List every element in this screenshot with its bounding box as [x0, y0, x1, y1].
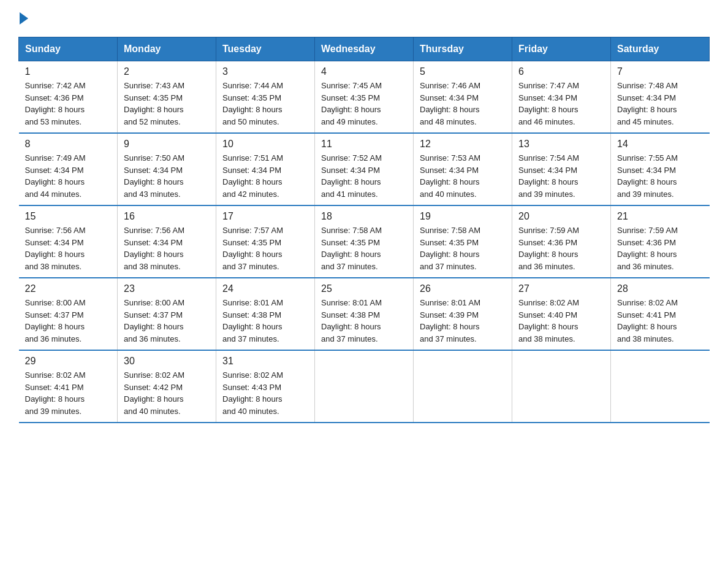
calendar-week-5: 29 Sunrise: 8:02 AM Sunset: 4:41 PM Dayl… [19, 350, 710, 423]
header-friday: Friday [512, 37, 611, 61]
day-info: Sunrise: 7:44 AM Sunset: 4:35 PM Dayligh… [222, 80, 308, 128]
header-monday: Monday [118, 37, 216, 61]
calendar-cell [315, 350, 414, 423]
day-number: 18 [321, 211, 407, 222]
calendar-cell: 13 Sunrise: 7:54 AM Sunset: 4:34 PM Dayl… [512, 133, 611, 205]
day-info: Sunrise: 7:49 AM Sunset: 4:34 PM Dayligh… [25, 152, 112, 200]
calendar-cell: 4 Sunrise: 7:45 AM Sunset: 4:35 PM Dayli… [315, 61, 414, 134]
day-info: Sunrise: 7:55 AM Sunset: 4:34 PM Dayligh… [617, 152, 703, 200]
day-number: 11 [321, 139, 407, 150]
calendar-cell: 29 Sunrise: 8:02 AM Sunset: 4:41 PM Dayl… [19, 350, 118, 423]
day-info: Sunrise: 8:01 AM Sunset: 4:38 PM Dayligh… [321, 297, 407, 345]
calendar-cell: 30 Sunrise: 8:02 AM Sunset: 4:42 PM Dayl… [118, 350, 216, 423]
day-info: Sunrise: 7:45 AM Sunset: 4:35 PM Dayligh… [321, 80, 407, 128]
day-number: 22 [25, 283, 112, 294]
day-info: Sunrise: 7:56 AM Sunset: 4:34 PM Dayligh… [25, 224, 112, 272]
calendar-table: SundayMondayTuesdayWednesdayThursdayFrid… [18, 37, 710, 423]
day-number: 1 [25, 66, 112, 77]
day-info: Sunrise: 7:53 AM Sunset: 4:34 PM Dayligh… [420, 152, 506, 200]
calendar-header-row: SundayMondayTuesdayWednesdayThursdayFrid… [19, 37, 710, 61]
calendar-cell: 31 Sunrise: 8:02 AM Sunset: 4:43 PM Dayl… [216, 350, 315, 423]
calendar-cell: 1 Sunrise: 7:42 AM Sunset: 4:36 PM Dayli… [19, 61, 118, 134]
day-number: 29 [25, 356, 112, 367]
day-info: Sunrise: 7:58 AM Sunset: 4:35 PM Dayligh… [420, 224, 506, 272]
calendar-cell: 19 Sunrise: 7:58 AM Sunset: 4:35 PM Dayl… [414, 205, 512, 278]
day-info: Sunrise: 8:02 AM Sunset: 4:41 PM Dayligh… [617, 297, 703, 345]
calendar-cell: 26 Sunrise: 8:01 AM Sunset: 4:39 PM Dayl… [414, 278, 512, 350]
day-number: 3 [222, 66, 308, 77]
day-number: 14 [617, 139, 703, 150]
header-tuesday: Tuesday [216, 37, 315, 61]
day-info: Sunrise: 7:47 AM Sunset: 4:34 PM Dayligh… [518, 80, 604, 128]
calendar-cell: 7 Sunrise: 7:48 AM Sunset: 4:34 PM Dayli… [611, 61, 710, 134]
day-number: 4 [321, 66, 407, 77]
day-number: 7 [617, 66, 703, 77]
day-info: Sunrise: 7:48 AM Sunset: 4:34 PM Dayligh… [617, 80, 703, 128]
page-header [18, 12, 710, 25]
day-info: Sunrise: 7:51 AM Sunset: 4:34 PM Dayligh… [222, 152, 308, 200]
calendar-cell: 23 Sunrise: 8:00 AM Sunset: 4:37 PM Dayl… [118, 278, 216, 350]
day-info: Sunrise: 8:02 AM Sunset: 4:43 PM Dayligh… [222, 369, 308, 417]
logo-arrow-icon [20, 12, 28, 25]
day-number: 26 [420, 283, 506, 294]
day-number: 8 [25, 139, 112, 150]
day-info: Sunrise: 7:58 AM Sunset: 4:35 PM Dayligh… [321, 224, 407, 272]
day-number: 2 [124, 66, 210, 77]
calendar-cell: 22 Sunrise: 8:00 AM Sunset: 4:37 PM Dayl… [19, 278, 118, 350]
calendar-cell: 28 Sunrise: 8:02 AM Sunset: 4:41 PM Dayl… [611, 278, 710, 350]
calendar-week-4: 22 Sunrise: 8:00 AM Sunset: 4:37 PM Dayl… [19, 278, 710, 350]
day-info: Sunrise: 8:02 AM Sunset: 4:41 PM Dayligh… [25, 369, 112, 417]
calendar-cell: 12 Sunrise: 7:53 AM Sunset: 4:34 PM Dayl… [414, 133, 512, 205]
calendar-cell: 5 Sunrise: 7:46 AM Sunset: 4:34 PM Dayli… [414, 61, 512, 134]
header-thursday: Thursday [414, 37, 512, 61]
calendar-week-2: 8 Sunrise: 7:49 AM Sunset: 4:34 PM Dayli… [19, 133, 710, 205]
day-info: Sunrise: 7:56 AM Sunset: 4:34 PM Dayligh… [124, 224, 210, 272]
day-number: 25 [321, 283, 407, 294]
day-info: Sunrise: 7:59 AM Sunset: 4:36 PM Dayligh… [617, 224, 703, 272]
day-number: 27 [518, 283, 604, 294]
calendar-cell [414, 350, 512, 423]
header-saturday: Saturday [611, 37, 710, 61]
calendar-cell: 14 Sunrise: 7:55 AM Sunset: 4:34 PM Dayl… [611, 133, 710, 205]
day-info: Sunrise: 7:50 AM Sunset: 4:34 PM Dayligh… [124, 152, 210, 200]
logo [18, 12, 29, 25]
calendar-cell: 24 Sunrise: 8:01 AM Sunset: 4:38 PM Dayl… [216, 278, 315, 350]
day-number: 19 [420, 211, 506, 222]
day-info: Sunrise: 8:02 AM Sunset: 4:42 PM Dayligh… [124, 369, 210, 417]
day-number: 30 [124, 356, 210, 367]
day-info: Sunrise: 7:57 AM Sunset: 4:35 PM Dayligh… [222, 224, 308, 272]
day-info: Sunrise: 7:42 AM Sunset: 4:36 PM Dayligh… [25, 80, 112, 128]
header-sunday: Sunday [19, 37, 118, 61]
day-number: 17 [222, 211, 308, 222]
calendar-cell: 27 Sunrise: 8:02 AM Sunset: 4:40 PM Dayl… [512, 278, 611, 350]
day-number: 15 [25, 211, 112, 222]
day-number: 6 [518, 66, 604, 77]
day-info: Sunrise: 7:43 AM Sunset: 4:35 PM Dayligh… [124, 80, 210, 128]
header-wednesday: Wednesday [315, 37, 414, 61]
day-info: Sunrise: 7:52 AM Sunset: 4:34 PM Dayligh… [321, 152, 407, 200]
calendar-week-1: 1 Sunrise: 7:42 AM Sunset: 4:36 PM Dayli… [19, 61, 710, 134]
calendar-cell: 18 Sunrise: 7:58 AM Sunset: 4:35 PM Dayl… [315, 205, 414, 278]
day-number: 13 [518, 139, 604, 150]
day-number: 28 [617, 283, 703, 294]
calendar-cell: 21 Sunrise: 7:59 AM Sunset: 4:36 PM Dayl… [611, 205, 710, 278]
calendar-cell: 15 Sunrise: 7:56 AM Sunset: 4:34 PM Dayl… [19, 205, 118, 278]
day-info: Sunrise: 7:54 AM Sunset: 4:34 PM Dayligh… [518, 152, 604, 200]
day-number: 9 [124, 139, 210, 150]
calendar-cell: 9 Sunrise: 7:50 AM Sunset: 4:34 PM Dayli… [118, 133, 216, 205]
calendar-cell: 16 Sunrise: 7:56 AM Sunset: 4:34 PM Dayl… [118, 205, 216, 278]
calendar-cell: 17 Sunrise: 7:57 AM Sunset: 4:35 PM Dayl… [216, 205, 315, 278]
day-number: 16 [124, 211, 210, 222]
calendar-week-3: 15 Sunrise: 7:56 AM Sunset: 4:34 PM Dayl… [19, 205, 710, 278]
day-info: Sunrise: 8:00 AM Sunset: 4:37 PM Dayligh… [124, 297, 210, 345]
day-number: 23 [124, 283, 210, 294]
day-info: Sunrise: 7:46 AM Sunset: 4:34 PM Dayligh… [420, 80, 506, 128]
calendar-cell: 25 Sunrise: 8:01 AM Sunset: 4:38 PM Dayl… [315, 278, 414, 350]
calendar-cell: 6 Sunrise: 7:47 AM Sunset: 4:34 PM Dayli… [512, 61, 611, 134]
day-info: Sunrise: 8:01 AM Sunset: 4:38 PM Dayligh… [222, 297, 308, 345]
day-number: 10 [222, 139, 308, 150]
calendar-cell: 20 Sunrise: 7:59 AM Sunset: 4:36 PM Dayl… [512, 205, 611, 278]
day-number: 20 [518, 211, 604, 222]
calendar-cell: 10 Sunrise: 7:51 AM Sunset: 4:34 PM Dayl… [216, 133, 315, 205]
day-number: 5 [420, 66, 506, 77]
